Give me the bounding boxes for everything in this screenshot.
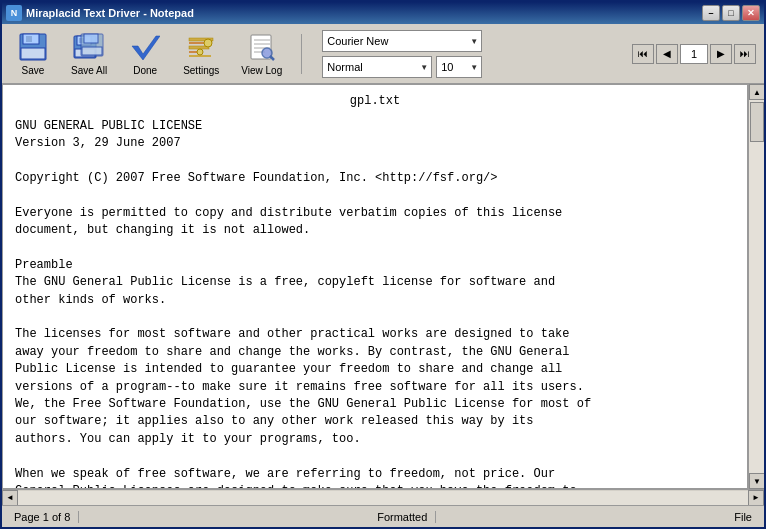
save-icon: [17, 31, 49, 63]
svg-point-18: [197, 49, 203, 55]
status-bar: Page 1 of 8 Formatted File: [2, 505, 764, 527]
close-button[interactable]: ✕: [742, 5, 760, 21]
document-content: GNU GENERAL PUBLIC LICENSE Version 3, 29…: [15, 118, 735, 489]
next-page-button[interactable]: ▶: [710, 44, 732, 64]
scroll-up-button[interactable]: ▲: [749, 84, 764, 100]
svg-point-17: [204, 39, 212, 47]
toolbar: Save Save All: [2, 24, 764, 84]
app-icon: N: [6, 5, 22, 21]
scroll-left-button[interactable]: ◄: [2, 490, 18, 506]
svg-marker-11: [132, 36, 160, 60]
done-button[interactable]: Done: [122, 28, 168, 79]
file-status: File: [726, 511, 760, 523]
scroll-track-h[interactable]: [18, 491, 748, 505]
view-log-svg: [247, 32, 277, 62]
done-svg: [130, 32, 160, 62]
font-controls: Courier New Arial Times New Roman Verdan…: [322, 30, 482, 78]
save-all-label: Save All: [71, 65, 107, 76]
scroll-down-button[interactable]: ▼: [749, 473, 764, 489]
vertical-scrollbar: ▲ ▼: [748, 84, 764, 489]
settings-icon: [185, 31, 217, 63]
scroll-right-button[interactable]: ►: [748, 490, 764, 506]
nav-row: ⏮ ◀ ▶ ⏭: [632, 44, 756, 64]
svg-rect-13: [189, 42, 205, 44]
page-info: Page 1 of 8: [6, 511, 79, 523]
first-page-button[interactable]: ⏮: [632, 44, 654, 64]
last-page-button[interactable]: ⏭: [734, 44, 756, 64]
minimize-button[interactable]: –: [702, 5, 720, 21]
view-log-label: View Log: [241, 65, 282, 76]
svg-rect-10: [82, 47, 102, 55]
done-label: Done: [133, 65, 157, 76]
svg-rect-2: [26, 36, 32, 42]
title-bar: N Miraplacid Text Driver - Notepad – □ ✕: [2, 2, 764, 24]
font-name-wrapper: Courier New Arial Times New Roman Verdan…: [322, 30, 482, 52]
maximize-button[interactable]: □: [722, 5, 740, 21]
font-style-row: Normal Bold Italic Bold Italic 8 9 10 11…: [322, 56, 482, 78]
horizontal-scrollbar: ◄ ►: [2, 489, 764, 505]
done-icon: [129, 31, 161, 63]
title-buttons: – □ ✕: [702, 5, 760, 21]
settings-button[interactable]: Settings: [176, 28, 226, 79]
save-all-svg: [73, 32, 105, 62]
scroll-track-v[interactable]: [749, 100, 764, 473]
save-all-button[interactable]: Save All: [64, 28, 114, 79]
window-title: Miraplacid Text Driver - Notepad: [26, 7, 194, 19]
svg-rect-9: [84, 34, 98, 43]
document-text-area[interactable]: gpl.txt GNU GENERAL PUBLIC LICENSE Versi…: [2, 84, 748, 489]
svg-rect-3: [21, 48, 45, 59]
save-label: Save: [22, 65, 45, 76]
settings-svg: [186, 32, 216, 62]
settings-label: Settings: [183, 65, 219, 76]
font-style-wrapper: Normal Bold Italic Bold Italic: [322, 56, 432, 78]
toolbar-separator: [301, 34, 302, 74]
view-log-icon: [246, 31, 278, 63]
document-filename: gpl.txt: [15, 93, 735, 110]
save-svg: [18, 32, 48, 62]
prev-page-button[interactable]: ◀: [656, 44, 678, 64]
font-name-row: Courier New Arial Times New Roman Verdan…: [322, 30, 482, 52]
font-style-select[interactable]: Normal Bold Italic Bold Italic: [322, 56, 432, 78]
view-log-button[interactable]: View Log: [234, 28, 289, 79]
font-size-wrapper: 8 9 10 11 12: [436, 56, 482, 78]
format-status: Formatted: [369, 511, 436, 523]
save-button[interactable]: Save: [10, 28, 56, 79]
page-number-input[interactable]: [680, 44, 708, 64]
main-window: N Miraplacid Text Driver - Notepad – □ ✕…: [0, 0, 766, 529]
nav-controls: ⏮ ◀ ▶ ⏭: [632, 44, 756, 64]
save-all-icon: [73, 31, 105, 63]
scroll-thumb-v[interactable]: [750, 102, 764, 142]
font-size-select[interactable]: 8 9 10 11 12: [436, 56, 482, 78]
font-name-select[interactable]: Courier New Arial Times New Roman Verdan…: [322, 30, 482, 52]
content-area: gpl.txt GNU GENERAL PUBLIC LICENSE Versi…: [2, 84, 764, 489]
